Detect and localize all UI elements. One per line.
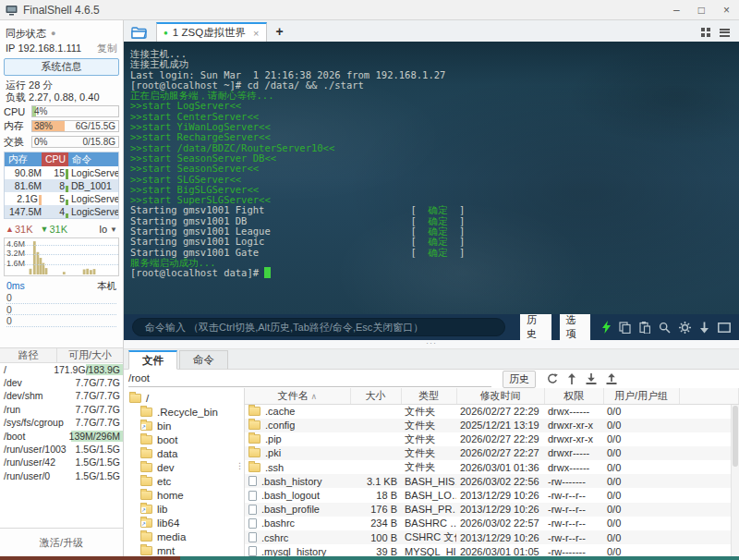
tree-splitter-handle[interactable]: ⋮ — [236, 464, 244, 468]
mount-path: /dev/shm — [0, 390, 43, 401]
tree-item[interactable]: home — [124, 488, 244, 502]
tree-item[interactable]: ↗bin — [124, 419, 244, 432]
col-header-perms[interactable]: 权限 — [544, 388, 603, 404]
folder-icon — [248, 407, 260, 416]
mounts-header-path[interactable]: 路径 — [0, 348, 57, 362]
terminal-screen[interactable]: 连接主机...连接主机成功Last login: Sun Mar 1 21:16… — [124, 42, 739, 314]
process-cmd: DB_1001 — [68, 179, 118, 192]
file-row[interactable]: .bash_history3.1 KBBASH_HIS…2026/03/02 2… — [245, 474, 739, 488]
proc-header-mem[interactable]: 内存 — [5, 152, 42, 166]
file-table-scrollbar[interactable] — [731, 405, 739, 560]
meter-bar: 38%6G/15.5G — [31, 120, 119, 132]
activate-upgrade-link[interactable]: 激活/升级 — [0, 536, 123, 550]
col-header-owner[interactable]: 用户/用户组 — [603, 388, 679, 404]
process-row: 2.1G5LogicServer — [5, 192, 118, 205]
file-row[interactable]: .cache文件夹2026/02/27 22:29drwx------0/0 — [245, 404, 739, 419]
panel-splitter[interactable]: ··· — [124, 340, 739, 349]
file-row[interactable]: .bash_profile176 BBASH_PR…2013/12/29 10:… — [245, 503, 739, 517]
file-owner: 0/0 — [603, 488, 679, 502]
new-window-icon[interactable] — [718, 323, 731, 333]
path-input[interactable]: /root — [128, 371, 491, 387]
download-arrow-icon: ▼ — [41, 225, 49, 234]
history-button[interactable]: 历史 — [520, 311, 551, 343]
file-owner: 0/0 — [603, 404, 679, 419]
tree-item[interactable]: boot — [124, 432, 244, 446]
proc-header-cpu[interactable]: CPU — [42, 152, 68, 166]
menu-icon[interactable] — [720, 29, 730, 37]
minimize-button[interactable]: – — [673, 4, 680, 17]
file-row[interactable]: .pip文件夹2026/02/27 22:29drwxr-xr-x0/0 — [245, 432, 739, 446]
close-button[interactable]: × — [723, 4, 730, 17]
new-tab-button[interactable]: + — [276, 25, 284, 38]
mounts-header-usage[interactable]: 可用/大小 — [57, 348, 123, 362]
proc-header-cmd[interactable]: 命令 — [68, 152, 118, 166]
refresh-icon[interactable] — [547, 373, 558, 384]
copy-icon[interactable] — [619, 322, 631, 334]
copy-ip-button[interactable]: 复制 — [97, 42, 117, 55]
upload-icon[interactable] — [606, 373, 617, 384]
file-name: .cache — [265, 406, 295, 417]
file-row[interactable]: .config文件夹2025/12/21 13:19drwxr-xr-x0/0 — [245, 419, 739, 432]
file-type: BASH_PR… — [401, 503, 456, 517]
scroll-down-icon[interactable] — [699, 322, 709, 334]
process-cmd: LogicServer — [68, 205, 118, 218]
file-row[interactable]: .bash_logout18 BBASH_LO…2013/12/29 10:26… — [245, 488, 739, 502]
mount-path: /run/user/1003 — [0, 444, 67, 455]
file-row[interactable]: .pki文件夹2026/02/27 22:27drwxr-----0/0 — [245, 446, 739, 460]
tree-item[interactable]: .Recycle_bin — [124, 405, 244, 419]
download-icon[interactable] — [586, 373, 597, 384]
command-input[interactable]: 命令输入 （双击Ctrl切换,Alt历史,Tab路径/命令,Esc关闭窗口） — [132, 318, 505, 336]
layout-grid-icon[interactable] — [701, 28, 710, 37]
app-logo-icon — [6, 5, 18, 16]
window-titlebar: FinalShell 4.6.5 – □ × — [0, 0, 739, 20]
file-row[interactable]: .ssh文件夹2026/03/01 01:36drwx------0/0 — [245, 460, 739, 474]
search-icon[interactable] — [659, 322, 671, 334]
folder-icon: ↗ — [140, 518, 152, 528]
interface-selector[interactable]: lo ▼ — [100, 224, 117, 235]
file-mtime: 2026/02/27 22:29 — [456, 404, 544, 419]
file-row[interactable]: .cshrc100 BCSHRC 文件2013/12/29 10:26-rw-r… — [245, 530, 739, 544]
tab-files[interactable]: 文件 — [128, 350, 177, 370]
tree-item[interactable]: ↗lib64 — [124, 516, 244, 530]
options-button[interactable]: 选项 — [560, 311, 591, 343]
terminal-tab[interactable]: ● 1 ZSQ虚拟世界 × — [156, 22, 267, 42]
col-header-size[interactable]: 大小 — [350, 388, 401, 404]
resource-meter: 交换0%0/15.8G — [4, 135, 119, 149]
ping-history: 000 — [0, 292, 123, 327]
system-info-button[interactable]: 系统信息 — [4, 58, 119, 76]
tab-commands[interactable]: 命令 — [179, 350, 228, 370]
session-manager-icon[interactable] — [131, 27, 147, 39]
tree-item[interactable]: etc — [124, 474, 244, 488]
process-cpu: 15 — [42, 166, 68, 179]
file-owner: 0/0 — [603, 432, 679, 446]
tree-item[interactable]: dev — [124, 460, 244, 474]
process-cmd: LogicServer — [68, 166, 118, 179]
file-size: 18 B — [350, 488, 401, 502]
tree-item[interactable]: ↗lib — [124, 502, 244, 516]
tree-item-label: lib — [157, 504, 168, 515]
tree-item[interactable]: / — [124, 391, 244, 405]
file-perms: drwxr----- — [544, 446, 603, 460]
col-header-filename[interactable]: 文件名 ∧ — [245, 388, 350, 404]
tree-item[interactable]: mnt — [124, 543, 244, 557]
file-row[interactable]: .bashrc234 BBASHRC …2026/03/02 22:57-rw-… — [245, 517, 739, 530]
tree-item-label: dev — [157, 462, 175, 473]
col-header-mtime[interactable]: 修改时间 — [456, 388, 544, 404]
file-type: 文件夹 — [401, 460, 456, 474]
paste-icon[interactable] — [639, 322, 650, 334]
tab-close-icon[interactable]: × — [253, 28, 259, 39]
col-header-type[interactable]: 类型 — [401, 388, 456, 404]
gear-icon[interactable] — [679, 322, 691, 334]
tree-item[interactable]: data — [124, 446, 244, 460]
process-mem: 90.8M — [5, 166, 42, 179]
tree-item[interactable]: media — [124, 530, 244, 543]
meter-percent: 0% — [34, 137, 47, 147]
file-icon — [248, 546, 257, 556]
file-type: BASH_LO… — [401, 488, 456, 502]
parent-dir-icon[interactable] — [567, 373, 576, 384]
lightning-icon[interactable] — [602, 321, 611, 334]
path-history-button[interactable]: 历史 — [503, 371, 536, 388]
file-mtime: 2026/02/27 22:27 — [456, 446, 544, 460]
mount-path: /dev — [0, 377, 22, 388]
maximize-button[interactable]: □ — [698, 4, 705, 17]
